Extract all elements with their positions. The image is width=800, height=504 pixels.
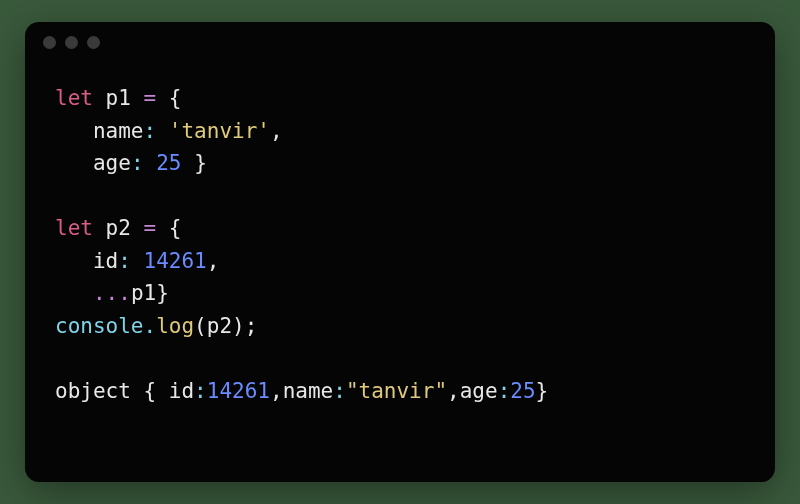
variable-p1: p1 (93, 86, 144, 110)
output-str-tanvir: "tanvir" (346, 379, 447, 403)
output-num-25: 25 (510, 379, 535, 403)
number-14261: 14261 (144, 249, 207, 273)
colon: : (498, 379, 511, 403)
indent (55, 119, 93, 143)
close-icon[interactable] (43, 36, 56, 49)
indent (55, 281, 93, 305)
brace-open: { (144, 379, 169, 403)
space (181, 151, 194, 175)
method-log: log (156, 314, 194, 338)
object-console: console (55, 314, 144, 338)
paren-open: ( (194, 314, 207, 338)
minimize-icon[interactable] (65, 36, 78, 49)
paren-close: ) (232, 314, 245, 338)
string-tanvir: 'tanvir' (169, 119, 270, 143)
code-content: let p1 = { name: 'tanvir', age: 25 } let… (25, 62, 775, 482)
window-titlebar (25, 22, 775, 62)
space (156, 216, 169, 240)
property-name: name (93, 119, 144, 143)
output-prop-name: name (283, 379, 334, 403)
comma: , (207, 249, 220, 273)
code-window: let p1 = { name: 'tanvir', age: 25 } let… (25, 22, 775, 482)
colon: : (118, 249, 131, 273)
indent (55, 249, 93, 273)
space (131, 249, 144, 273)
comma: , (447, 379, 460, 403)
variable-p1: p1 (131, 281, 156, 305)
variable-p2: p2 (93, 216, 144, 240)
brace-open: { (169, 86, 182, 110)
operator-equals: = (144, 216, 157, 240)
operator-equals: = (144, 86, 157, 110)
colon: : (131, 151, 144, 175)
colon: : (333, 379, 346, 403)
output-num-14261: 14261 (207, 379, 270, 403)
keyword-let: let (55, 216, 93, 240)
brace-close: } (156, 281, 169, 305)
number-25: 25 (156, 151, 181, 175)
maximize-icon[interactable] (87, 36, 100, 49)
space (156, 119, 169, 143)
argument-p2: p2 (207, 314, 232, 338)
space (144, 151, 157, 175)
brace-open: { (169, 216, 182, 240)
colon: : (144, 119, 157, 143)
output-prop-id: id (169, 379, 194, 403)
dot-accessor: . (144, 314, 157, 338)
comma: , (270, 379, 283, 403)
colon: : (194, 379, 207, 403)
semicolon: ; (245, 314, 258, 338)
output-prop-age: age (460, 379, 498, 403)
brace-close: } (194, 151, 207, 175)
property-id: id (93, 249, 118, 273)
property-age: age (93, 151, 131, 175)
output-object: object (55, 379, 144, 403)
keyword-let: let (55, 86, 93, 110)
space (156, 86, 169, 110)
indent (55, 151, 93, 175)
spread-operator: ... (93, 281, 131, 305)
brace-close: } (536, 379, 549, 403)
comma: , (270, 119, 283, 143)
